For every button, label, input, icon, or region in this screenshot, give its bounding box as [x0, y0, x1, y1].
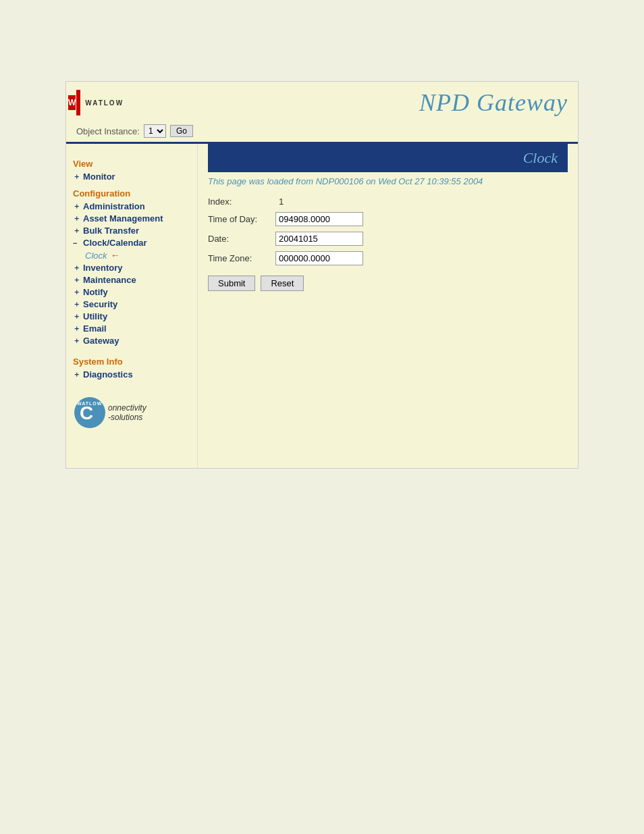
expand-icon-diagnostics: ＋	[73, 369, 81, 380]
logo-text: WATLOW	[85, 99, 124, 107]
sidebar-item-gateway[interactable]: ＋ Gateway	[73, 336, 190, 346]
notify-label: Notify	[83, 287, 108, 297]
asset-management-label: Asset Management	[83, 213, 163, 224]
utility-label: Utility	[83, 311, 107, 321]
expand-icon-email: ＋	[73, 323, 81, 334]
sidebar-item-maintenance[interactable]: ＋ Maintenance	[73, 275, 190, 285]
sidebar-item-asset-management[interactable]: ＋ Asset Management	[73, 213, 190, 224]
system-info-title: System Info	[73, 357, 190, 367]
form-row-timeofday: Time of Day:	[208, 212, 568, 226]
object-instance-bar: Object Instance: 1 2 3 Go	[66, 120, 578, 142]
svg-text:WATLOW: WATLOW	[77, 401, 102, 406]
clock-page-title: Clock	[208, 144, 568, 172]
connectivity-line2: -solutions	[108, 413, 146, 422]
form-row-index: Index: 1	[208, 197, 568, 207]
object-instance-select[interactable]: 1 2 3	[144, 124, 166, 138]
content-area: View ＋ Monitor Configuration ＋ Administr…	[66, 144, 578, 468]
config-section-title: Configuration	[73, 188, 190, 199]
main-content: Clock This page was loaded from NDP00010…	[198, 144, 578, 468]
label-date: Date:	[208, 234, 275, 244]
expand-icon-administration: ＋	[73, 201, 81, 211]
page-loaded-text: This page was loaded from NDP000106 on W…	[208, 176, 568, 186]
input-timeofday[interactable]	[275, 212, 363, 226]
gateway-label: Gateway	[83, 336, 119, 346]
logo-red-bar	[76, 90, 80, 115]
page-header: W WATLOW NPD Gateway	[66, 82, 578, 120]
logo-area: W WATLOW	[76, 90, 110, 115]
sidebar-item-clock-calendar[interactable]: − Clock/Calendar	[73, 238, 190, 248]
sidebar: View ＋ Monitor Configuration ＋ Administr…	[66, 144, 198, 468]
active-clock-label: Clock	[85, 251, 107, 261]
expand-icon-asset: ＋	[73, 213, 81, 224]
sidebar-item-monitor[interactable]: ＋ Monitor	[73, 172, 190, 182]
submit-button[interactable]: Submit	[208, 276, 255, 291]
connectivity-icon: C WATLOW	[73, 396, 107, 429]
expand-icon-gateway: ＋	[73, 336, 81, 346]
expand-icon-inventory: ＋	[73, 263, 81, 273]
go-button[interactable]: Go	[170, 125, 193, 137]
value-index: 1	[275, 197, 284, 207]
watlow-logo: W WATLOW	[76, 90, 110, 115]
inventory-label: Inventory	[83, 263, 123, 273]
connectivity-logo: C WATLOW onnectivity -solutions	[73, 396, 190, 429]
expand-icon-maintenance: ＋	[73, 275, 81, 285]
sidebar-item-notify[interactable]: ＋ Notify	[73, 287, 190, 297]
sidebar-item-administration[interactable]: ＋ Administration	[73, 201, 190, 211]
sidebar-active-clock[interactable]: Clock ←	[85, 250, 190, 261]
form-row-timezone: Time Zone:	[208, 251, 568, 265]
bulk-transfer-label: Bulk Transfer	[83, 226, 139, 236]
input-date[interactable]	[275, 232, 363, 246]
label-timeofday: Time of Day:	[208, 214, 275, 224]
sidebar-item-utility[interactable]: ＋ Utility	[73, 311, 190, 321]
connectivity-text: onnectivity -solutions	[108, 403, 146, 422]
sidebar-item-bulk-transfer[interactable]: ＋ Bulk Transfer	[73, 226, 190, 236]
security-label: Security	[83, 299, 117, 309]
sidebar-item-security[interactable]: ＋ Security	[73, 299, 190, 309]
email-label: Email	[83, 323, 107, 334]
arrow-indicator: ←	[111, 250, 120, 261]
administration-label: Administration	[83, 201, 145, 211]
clock-calendar-label: Clock/Calendar	[83, 238, 147, 248]
sidebar-item-email[interactable]: ＋ Email	[73, 323, 190, 334]
logo-w-icon: W	[68, 95, 76, 110]
sidebar-item-inventory[interactable]: ＋ Inventory	[73, 263, 190, 273]
form-row-date: Date:	[208, 232, 568, 246]
expand-icon-notify: ＋	[73, 287, 81, 297]
expand-icon-security: ＋	[73, 299, 81, 309]
maintenance-label: Maintenance	[83, 275, 136, 285]
input-timezone[interactable]	[275, 251, 363, 265]
view-section-title: View	[73, 159, 190, 169]
label-timezone: Time Zone:	[208, 253, 275, 263]
app-title: NPD Gateway	[419, 88, 568, 117]
clock-form: Index: 1 Time of Day: Date:	[208, 197, 568, 265]
expand-icon-bulk: ＋	[73, 226, 81, 236]
label-index: Index:	[208, 197, 275, 207]
sidebar-item-diagnostics[interactable]: ＋ Diagnostics	[73, 369, 190, 380]
diagnostics-label: Diagnostics	[83, 369, 133, 380]
reset-button[interactable]: Reset	[261, 276, 304, 291]
monitor-label: Monitor	[83, 172, 115, 182]
expand-icon-monitor: ＋	[73, 172, 81, 182]
form-buttons: Submit Reset	[208, 276, 568, 291]
object-instance-label: Object Instance:	[76, 126, 140, 136]
connectivity-line1: onnectivity	[108, 403, 146, 413]
expand-icon-clock: −	[73, 239, 81, 247]
expand-icon-utility: ＋	[73, 311, 81, 321]
